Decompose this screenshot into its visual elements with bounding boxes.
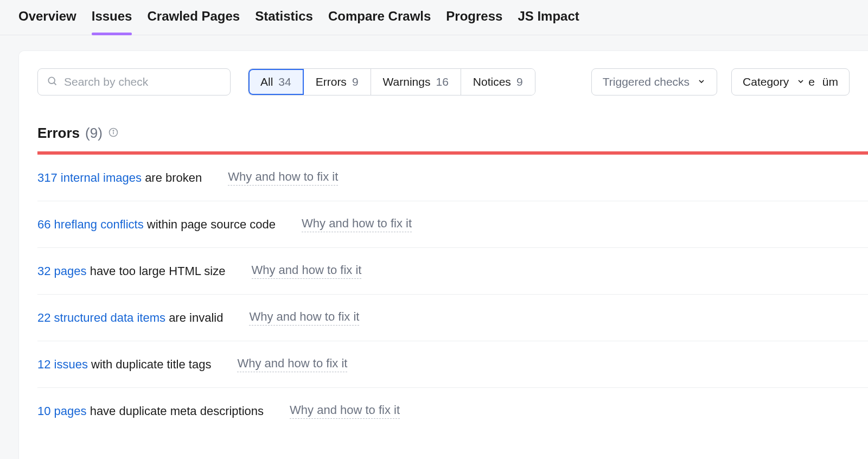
svg-line-1 [54,83,56,85]
filter-all-count: 34 [278,75,291,88]
issue-rest: are invalid [165,311,223,324]
search-field[interactable] [37,68,231,95]
issue-rest: have duplicate meta descriptions [87,404,264,418]
tab-statistics[interactable]: Statistics [255,9,313,35]
issue-row: 10 pages have duplicate meta description… [37,388,868,434]
filter-errors[interactable]: Errors 9 [304,69,371,95]
tab-js-impact[interactable]: JS Impact [518,9,579,35]
filter-errors-label: Errors [316,75,347,88]
top-tabs: Overview Issues Crawled Pages Statistics… [0,0,868,35]
issue-text: 32 pages have too large HTML size [37,264,226,278]
chevron-down-icon: e [796,75,815,88]
section-header: Errors (9) [19,95,868,151]
issues-panel: All 34 Errors 9 Warnings 16 Notices 9 Tr… [18,50,868,459]
controls-row: All 34 Errors 9 Warnings 16 Notices 9 Tr… [19,51,868,95]
issue-link[interactable]: 66 hreflang conflicts [37,218,144,231]
tab-compare-crawls[interactable]: Compare Crawls [328,9,431,35]
issue-link[interactable]: 22 structured data items [37,311,165,324]
issue-text: 10 pages have duplicate meta description… [37,404,264,418]
filter-all-label: All [260,75,273,88]
issue-link[interactable]: 32 pages [37,264,87,278]
tab-crawled-pages[interactable]: Crawled Pages [147,9,240,35]
issue-rest: are broken [142,171,202,184]
filter-notices-label: Notices [473,75,511,88]
issue-link[interactable]: 10 pages [37,404,87,418]
issue-link[interactable]: 317 internal images [37,171,142,184]
issue-text: 66 hreflang conflicts within page source… [37,218,276,232]
issue-text: 317 internal images are broken [37,171,202,185]
fix-link[interactable]: Why and how to fix it [290,403,400,419]
fix-link[interactable]: Why and how to fix it [252,263,362,279]
filter-segmented: All 34 Errors 9 Warnings 16 Notices 9 [248,68,535,95]
tab-overview[interactable]: Overview [18,9,76,35]
fix-link[interactable]: Why and how to fix it [302,216,412,232]
svg-point-4 [113,130,113,131]
issue-row: 66 hreflang conflicts within page source… [37,201,868,248]
dropdown-category-label: Category [743,75,789,88]
filter-all[interactable]: All 34 [248,69,304,95]
issue-link[interactable]: 12 issues [37,358,88,371]
filter-warnings[interactable]: Warnings 16 [371,69,461,95]
issue-text: 12 issues with duplicate title tags [37,358,211,372]
filter-notices[interactable]: Notices 9 [461,69,535,95]
issue-text: 22 structured data items are invalid [37,311,223,325]
dropdown-triggered-checks[interactable]: Triggered checks [591,68,717,95]
info-icon[interactable] [108,127,119,140]
filter-warnings-count: 16 [436,75,448,88]
filter-errors-count: 9 [352,75,359,88]
issue-row: 317 internal images are broken Why and h… [37,155,868,201]
fix-link[interactable]: Why and how to fix it [228,170,338,186]
issue-row: 12 issues with duplicate title tags Why … [37,341,868,388]
search-icon [47,75,58,88]
filter-warnings-label: Warnings [383,75,431,88]
fix-link[interactable]: Why and how to fix it [237,356,347,372]
tab-issues[interactable]: Issues [92,9,132,35]
dropdown-category[interactable]: Category eüm [731,68,850,95]
issue-rest: have too large HTML size [87,264,226,278]
issue-row: 32 pages have too large HTML size Why an… [37,248,868,295]
svg-point-0 [48,77,55,84]
tab-progress[interactable]: Progress [446,9,502,35]
dropdown-triggered-label: Triggered checks [603,75,690,88]
chevron-down-icon [697,75,706,88]
filter-notices-count: 9 [516,75,523,88]
issue-row: 22 structured data items are invalid Why… [37,295,868,341]
issue-rest: with duplicate title tags [88,358,211,371]
issue-rest: within page source code [144,218,276,231]
fix-link[interactable]: Why and how to fix it [249,310,359,326]
section-title: Errors [37,125,80,142]
search-input[interactable] [64,75,221,88]
issues-list: 317 internal images are broken Why and h… [19,155,868,434]
section-count: (9) [85,125,103,142]
